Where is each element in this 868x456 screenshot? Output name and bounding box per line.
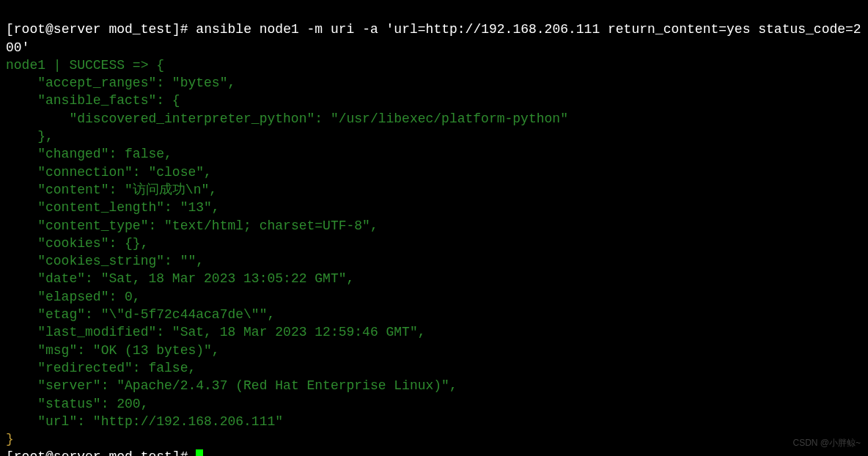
result-line: "status": 200, [6, 397, 148, 411]
result-line: "date": "Sat, 18 Mar 2023 13:05:22 GMT", [6, 271, 354, 286]
result-line: "etag": "\"d-5f72c44aca7de\"", [6, 307, 275, 322]
prompt-line-2: [root@server mod_test]# [6, 449, 196, 456]
result-line: "cookies_string": "", [6, 254, 204, 268]
result-line: "last_modified": "Sat, 18 Mar 2023 12:59… [6, 325, 426, 339]
result-line: "url": "http://192.168.206.111" [6, 414, 283, 429]
result-line: "msg": "OK (13 bytes)", [6, 343, 220, 358]
result-line: "ansible_facts": { [6, 93, 180, 108]
result-line: "discovered_interpreter_python": "/usr/l… [6, 111, 568, 126]
result-line: "server": "Apache/2.4.37 (Red Hat Enterp… [6, 378, 457, 393]
result-line: "changed": false, [6, 147, 172, 161]
terminal-output[interactable]: [root@server mod_test]# ansible node1 -m… [6, 3, 862, 456]
cursor-block [196, 449, 203, 456]
result-line-close: } [6, 432, 14, 446]
result-line: "redirected": false, [6, 361, 196, 375]
watermark-text: CSDN @小胖鲸~ [792, 437, 861, 449]
result-line: }, [6, 129, 54, 144]
result-line: "content": "访问成功\n", [6, 183, 217, 197]
result-line: "accept_ranges": "bytes", [6, 76, 235, 90]
result-line: "cookies": {}, [6, 236, 148, 251]
result-host-status: node1 | SUCCESS => { [6, 58, 164, 73]
result-line: "connection": "close", [6, 165, 212, 180]
result-line: "elapsed": 0, [6, 290, 141, 304]
result-line: "content_type": "text/html; charset=UTF-… [6, 218, 378, 233]
prompt-line-1: [root@server mod_test]# ansible node1 -m… [6, 22, 861, 54]
result-line: "content_length": "13", [6, 200, 220, 215]
